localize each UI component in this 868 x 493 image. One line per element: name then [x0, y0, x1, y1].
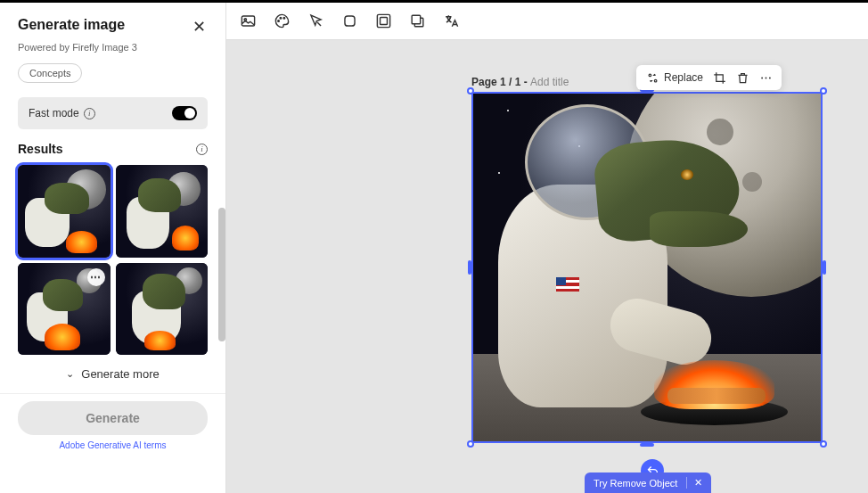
terms-link[interactable]: Adobe Generative AI terms [18, 435, 208, 452]
generate-button[interactable]: Generate [18, 401, 208, 435]
crop-button[interactable] [712, 70, 726, 85]
svg-rect-5 [344, 16, 354, 26]
canvas-area: Replace P [226, 3, 868, 493]
banner-close-icon[interactable]: ✕ [686, 477, 702, 489]
fast-mode-toggle[interactable] [172, 106, 197, 120]
more-options-button[interactable] [758, 70, 773, 85]
svg-point-11 [761, 77, 763, 78]
thumbnail-more-icon[interactable]: ⋯ [87, 268, 105, 286]
svg-rect-8 [412, 15, 421, 24]
page-label[interactable]: Page 1 / 1 - Add title [471, 76, 569, 88]
crop-icon [712, 70, 726, 85]
svg-rect-6 [377, 14, 389, 27]
generated-image-content [471, 92, 823, 443]
rectangle-icon[interactable] [340, 12, 358, 30]
canvas-content[interactable]: Replace P [226, 40, 868, 493]
resize-handle-tl[interactable] [467, 87, 474, 94]
page-number: Page 1 / 1 - [471, 76, 530, 88]
resize-handle-bl[interactable] [467, 440, 474, 448]
remove-object-banner[interactable]: Try Remove Object ✕ [585, 472, 711, 493]
generate-more-button[interactable]: ⌄ Generate more [0, 355, 225, 393]
image-icon[interactable] [239, 12, 257, 30]
generate-image-panel: Generate image ✕ Powered by Firefly Imag… [0, 3, 226, 493]
resize-handle-br[interactable] [820, 440, 827, 448]
svg-point-4 [283, 18, 285, 20]
generate-more-label: Generate more [81, 367, 159, 381]
result-thumbnail-3[interactable]: ⋯ [18, 263, 111, 356]
svg-point-3 [280, 18, 282, 20]
close-panel-button[interactable]: ✕ [191, 17, 208, 37]
svg-point-12 [765, 77, 766, 78]
select-arrow-icon[interactable] [307, 12, 324, 30]
svg-rect-7 [380, 18, 387, 25]
svg-point-10 [654, 79, 657, 82]
fast-mode-row: Fast mode i [18, 97, 208, 129]
close-icon: ✕ [192, 18, 206, 36]
panel-title: Generate image [18, 17, 125, 33]
result-thumbnail-2[interactable] [116, 165, 209, 258]
frame-icon[interactable] [374, 12, 392, 30]
page-title-placeholder: Add title [530, 76, 569, 88]
canvas-toolbar [226, 3, 868, 40]
results-grid: ⋯ [0, 165, 225, 355]
results-title: Results [18, 142, 63, 156]
scrollbar-thumb[interactable] [218, 208, 225, 341]
trash-icon [735, 70, 749, 85]
replace-label: Replace [664, 71, 703, 84]
svg-point-2 [277, 21, 279, 22]
concepts-chip[interactable]: Concepts [18, 63, 82, 83]
result-thumbnail-4[interactable] [116, 263, 209, 356]
panel-subtitle: Powered by Firefly Image 3 [0, 42, 225, 63]
resize-handle-bottom[interactable] [640, 443, 654, 447]
resize-handle-right[interactable] [823, 260, 826, 275]
more-icon [758, 70, 773, 85]
palette-icon[interactable] [273, 12, 291, 30]
layers-icon[interactable] [408, 12, 426, 30]
result-thumbnail-1[interactable] [18, 165, 111, 258]
chevron-down-icon: ⌄ [66, 368, 74, 380]
floating-toolbar: Replace [636, 65, 782, 90]
results-info-icon[interactable]: i [196, 144, 208, 155]
svg-point-13 [768, 77, 770, 78]
replace-icon [645, 70, 659, 85]
banner-text: Try Remove Object [594, 478, 677, 489]
translate-icon[interactable] [442, 12, 460, 30]
info-icon[interactable]: i [84, 108, 95, 119]
resize-handle-left[interactable] [468, 260, 471, 275]
replace-button[interactable]: Replace [645, 70, 703, 85]
delete-button[interactable] [735, 70, 749, 85]
svg-point-9 [649, 74, 651, 77]
resize-handle-tr[interactable] [820, 87, 827, 94]
fast-mode-label: Fast mode [29, 107, 79, 119]
selected-image[interactable] [471, 92, 823, 443]
